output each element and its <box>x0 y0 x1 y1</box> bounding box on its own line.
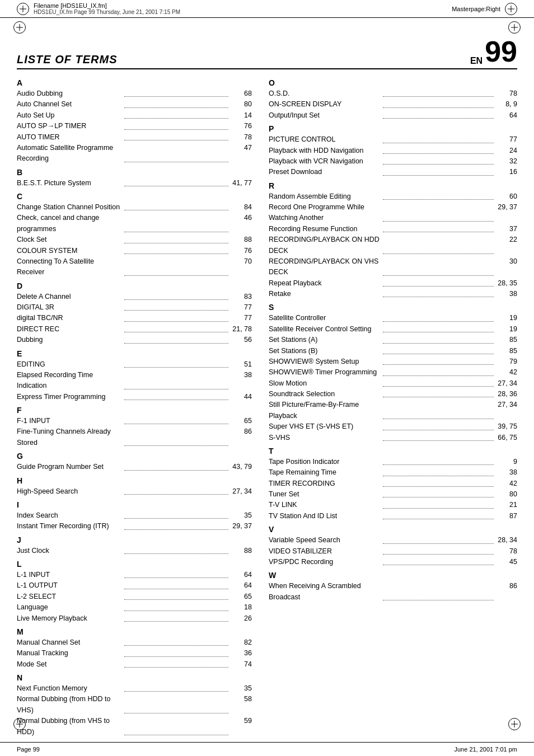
corner-right-crosshair <box>508 21 521 34</box>
list-item: Normal Dubbing (from HDD to VHS)58 <box>17 694 252 716</box>
list-item: Random Assemble Editing60 <box>269 191 517 202</box>
list-item: When Receiving A Scrambled Broadcast86 <box>269 581 517 603</box>
entry-dots <box>124 246 228 254</box>
entry-name: DIGITAL 3R <box>17 302 123 313</box>
entry-name: L-2 SELECT <box>17 591 123 602</box>
entry-name: Super VHS ET (S-VHS ET) <box>269 421 382 432</box>
section-letter-t: T <box>269 447 517 456</box>
section-v: VVariable Speed Search28, 34VIDEO STABIL… <box>269 525 517 567</box>
entry-page: 70 <box>229 256 252 278</box>
entry-page: 78 <box>495 88 517 99</box>
entry-name: Retake <box>269 289 382 299</box>
entry-name: Dubbing <box>17 335 123 345</box>
entry-dots <box>383 110 494 119</box>
corner-left-crosshair <box>13 21 26 34</box>
entry-page: 86 <box>495 581 517 603</box>
entry-name: Record One Programme While Watching Anot… <box>269 202 382 224</box>
entry-page: 18 <box>229 602 252 613</box>
entry-dots <box>124 694 228 713</box>
section-letter-d: D <box>17 281 252 290</box>
entry-page: 87 <box>495 511 517 522</box>
entry-page: 77 <box>229 313 252 323</box>
entry-page: 21, 78 <box>229 324 252 335</box>
entry-dots <box>124 510 228 519</box>
section-t: TTape Position Indicator9Tape Remaining … <box>269 447 517 522</box>
entry-page: 21 <box>495 500 517 510</box>
entry-page: 64 <box>229 580 252 591</box>
corner-bottom-right-crosshair <box>508 718 521 730</box>
section-letter-j: J <box>17 536 252 544</box>
section-letter-h: H <box>17 476 252 485</box>
entry-page: 78 <box>495 546 517 557</box>
section-letter-s: S <box>269 303 517 312</box>
entry-dots <box>124 602 228 611</box>
list-item: Record One Programme While Watching Anot… <box>269 202 517 224</box>
entry-dots <box>383 457 494 465</box>
entry-page: 77 <box>495 134 517 145</box>
entry-page: 19 <box>495 324 517 335</box>
entry-dots <box>124 202 228 210</box>
entry-name: Change Station Channel Position <box>17 202 123 213</box>
list-item: Live Memory Playback26 <box>17 613 252 624</box>
entry-name: Guide Program Number Set <box>17 462 123 472</box>
entry-page: 38 <box>229 370 252 392</box>
list-item: Retake38 <box>269 289 517 299</box>
list-item: Delete A Channel83 <box>17 292 252 302</box>
entry-dots <box>383 389 494 397</box>
section-letter-w: W <box>269 571 517 580</box>
list-item: Fine-Tuning Channels Already Stored86 <box>17 426 252 448</box>
entry-dots <box>383 289 494 297</box>
entry-name: Fine-Tuning Channels Already Stored <box>17 426 123 448</box>
entry-dots <box>383 167 494 175</box>
entry-page: 35 <box>229 510 252 521</box>
entry-name: SHOWVIEW® System Setup <box>269 356 382 367</box>
entry-dots <box>124 324 228 332</box>
list-item: ON-SCREEN DISPLAY8, 9 <box>269 99 517 110</box>
list-item: EDITING51 <box>17 359 252 370</box>
entry-name: VIDEO STABILIZER <box>269 546 382 557</box>
section-j: JJust Clock88 <box>17 536 252 556</box>
section-g: GGuide Program Number Set43, 79 <box>17 452 252 472</box>
entry-dots <box>383 467 494 476</box>
entry-page: 65 <box>229 591 252 602</box>
entry-name: AUTO SP→LP TIMER <box>17 121 123 132</box>
entry-name: High-Speed Search <box>17 486 123 497</box>
entry-dots <box>124 99 228 107</box>
entry-name: Variable Speed Search <box>269 535 382 546</box>
entry-dots <box>124 570 228 578</box>
entry-dots <box>124 659 228 668</box>
entry-dots <box>383 313 494 321</box>
list-item: digital TBC/NR77 <box>17 313 252 323</box>
section-letter-n: N <box>17 673 252 682</box>
entry-name: VPS/PDC Recording <box>269 557 382 567</box>
entry-page: 45 <box>495 557 517 567</box>
list-item: Connecting To A Satellite Receiver70 <box>17 256 252 278</box>
entry-page: 78 <box>229 132 252 143</box>
section-h: HHigh-Speed Search27, 34 <box>17 476 252 497</box>
entry-dots <box>383 145 494 154</box>
list-item: Automatic Satellite Programme Recording4… <box>17 143 252 165</box>
entry-page: 19 <box>495 313 517 323</box>
entry-dots <box>124 521 228 529</box>
list-item: L-2 SELECT65 <box>17 591 252 602</box>
entry-page: 44 <box>229 392 252 402</box>
section-i: IIndex Search35Instant Timer Recording (… <box>17 500 252 532</box>
entry-page: 80 <box>229 99 252 110</box>
entry-dots <box>124 335 228 343</box>
section-p: PPICTURE CONTROL77Playback with HDD Navi… <box>269 124 517 178</box>
section-letter-a: A <box>17 78 252 87</box>
entry-page: 68 <box>229 88 252 99</box>
entry-page: 76 <box>229 246 252 256</box>
list-item: COLOUR SYSTEM76 <box>17 246 252 256</box>
entry-page: 35 <box>229 683 252 694</box>
list-item: DIGITAL 3R77 <box>17 302 252 313</box>
list-item: O.S.D.78 <box>269 88 517 99</box>
entry-page: 28, 36 <box>495 389 517 400</box>
list-item: Set Stations (B)85 <box>269 346 517 356</box>
section-l: LL-1 INPUT64L-1 OUTPUT64L-2 SELECT65Lang… <box>17 560 252 624</box>
section-r: RRandom Assemble Editing60Record One Pro… <box>269 181 517 300</box>
list-item: DIRECT REC21, 78 <box>17 324 252 335</box>
section-letter-p: P <box>269 124 517 133</box>
entry-dots <box>124 392 228 400</box>
entry-page: 82 <box>229 637 252 648</box>
